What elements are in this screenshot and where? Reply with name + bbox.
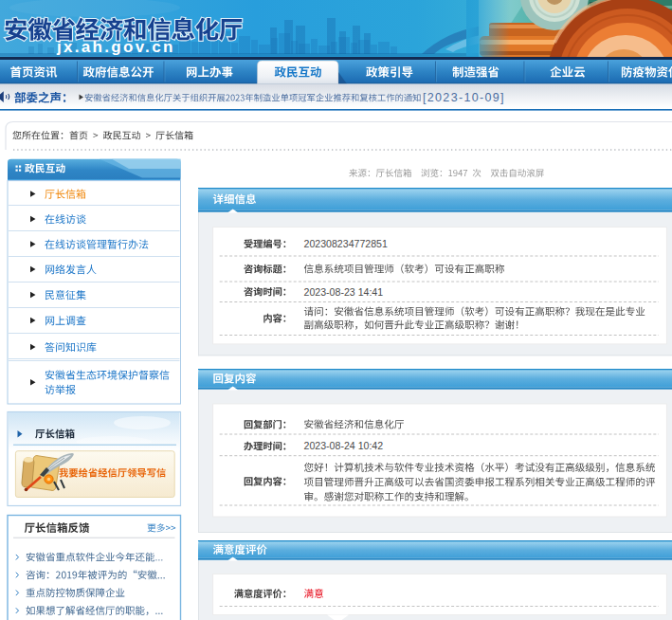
svg-text:2023-08-23 14:41: 2023-08-23 14:41 <box>304 286 384 298</box>
svg-text:202308234772851: 202308234772851 <box>304 238 388 249</box>
svg-text:jx.ah.gov.cn: jx.ah.gov.cn <box>56 38 175 56</box>
svg-text:2023-08-24 10:42: 2023-08-24 10:42 <box>304 440 384 451</box>
